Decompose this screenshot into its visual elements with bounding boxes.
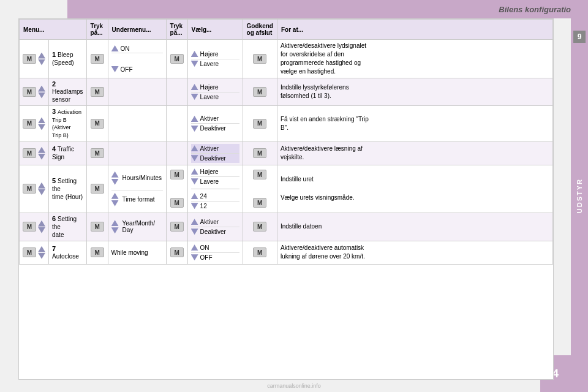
nav-arrows [38, 221, 45, 233]
row-nav: M [20, 106, 49, 142]
m-button-godkend-2[interactable]: M [253, 198, 266, 208]
arrow-down-icon[interactable] [38, 92, 45, 99]
config-table: Menu... Tryk på... Undermenu... Tryk på.… [19, 19, 553, 265]
row-velg: Højere Lavere 24 [187, 165, 243, 213]
m-button-godkend-1[interactable]: M [253, 170, 266, 179]
m-button-tryk[interactable]: M [91, 222, 104, 232]
arrow-up-icon[interactable] [38, 117, 45, 123]
row-undermenu: Hours/Minutes Time format [108, 165, 166, 213]
m-button-godkend[interactable]: M [253, 87, 266, 97]
row-undermenu: While moving [108, 241, 166, 264]
row-undermenu [108, 106, 166, 142]
velg-arrow-down-icon [191, 228, 198, 235]
arrow-down-icon[interactable] [38, 227, 45, 233]
row-menu-label: 3 ActivationTrip B (AktiverTrip B) [49, 106, 87, 142]
row-nav: M [20, 78, 49, 106]
m-button[interactable]: M [23, 247, 36, 257]
m-button-tryk[interactable]: M [91, 184, 104, 194]
table-row: M 6 Setting thedate M [20, 213, 553, 241]
row-godkend: M [243, 106, 277, 142]
m-button-tryk2[interactable]: M [170, 222, 184, 232]
arrow-up-icon[interactable] [38, 86, 45, 92]
m-button[interactable]: M [23, 54, 36, 64]
velg-arrow-down-icon [191, 155, 198, 161]
arrow-up-icon[interactable] [38, 246, 45, 252]
m-button-godkend[interactable]: M [253, 247, 266, 257]
m-button-tryk2-time[interactable]: M [170, 198, 184, 208]
m-button-tryk2-hours[interactable]: M [170, 170, 184, 179]
col-undermenu: Undermenu... [108, 20, 166, 40]
row-menu-label: 4 Traffic Sign [49, 141, 87, 165]
row-velg: Højere Lavere [187, 40, 243, 78]
arrow-down-icon[interactable] [38, 189, 45, 195]
velg-arrow-up-icon [191, 219, 198, 225]
m-button[interactable]: M [23, 148, 36, 158]
m-button-godkend[interactable]: M [253, 119, 266, 129]
velg-arrow-down-icon [191, 254, 198, 260]
arrow-up-icon[interactable] [38, 183, 45, 189]
row-menu-label: 7 Autoclose [49, 241, 87, 264]
m-button-tryk[interactable]: M [91, 87, 104, 97]
m-button-tryk[interactable]: M [91, 247, 104, 257]
m-button[interactable]: M [23, 119, 36, 129]
arrow-up-icon[interactable] [38, 221, 45, 227]
row-tryk1: M [86, 165, 108, 213]
page-container: Bilens konfiguration 9 UDSTYR 4 Menu... … [0, 0, 588, 392]
submenu-arrow-down-icon [111, 66, 119, 72]
table-row: M 4 Traffic Sign M [20, 141, 553, 165]
m-button-tryk[interactable]: M [91, 119, 104, 129]
row-godkend: M [243, 241, 277, 264]
col-godkend: Godkend og afslut [243, 20, 277, 40]
row-tryk1: M [86, 106, 108, 142]
m-button-tryk2-on[interactable]: M [170, 54, 184, 64]
row-tryk2: M [166, 241, 187, 264]
col-menu: Menu... [20, 20, 87, 40]
arrow-up-icon[interactable] [38, 53, 45, 59]
m-button[interactable]: M [23, 222, 36, 232]
submenu-arrow-down-icon [111, 200, 119, 206]
col-velg: Vælg... [187, 20, 243, 40]
velg-arrow-down-icon [191, 178, 198, 184]
nav-arrows [38, 86, 45, 99]
arrow-up-icon[interactable] [38, 147, 45, 153]
row-menu-label: 6 Setting thedate [49, 213, 87, 241]
side-label: UDSTYR [571, 0, 588, 392]
m-button[interactable]: M [23, 87, 36, 97]
row-tryk2 [166, 78, 187, 106]
nav-arrows [38, 53, 45, 66]
side-tab: 9 UDSTYR [571, 0, 588, 392]
row-for-at: Indstille lysstyrkefølerens følsomhed (1… [277, 78, 552, 106]
arrow-down-icon[interactable] [38, 59, 45, 66]
m-button-tryk2[interactable]: M [170, 247, 184, 257]
table-row: M 3 ActivationTrip B (AktiverTrip B) M [20, 106, 553, 142]
arrow-down-icon[interactable] [38, 253, 45, 259]
row-velg: ON OFF [187, 241, 243, 264]
row-godkend: M [243, 141, 277, 165]
row-menu-label: 1 Bleep(Speed) [49, 40, 87, 78]
row-for-at: Aktivere/deaktivere automatisk lukning a… [277, 241, 552, 264]
velg-arrow-up-icon [191, 116, 198, 122]
header-title: Bilens konfiguration [499, 5, 576, 14]
m-button-tryk[interactable]: M [91, 148, 104, 158]
col-tryk2: Tryk på... [166, 20, 187, 40]
velg-arrow-up-icon [191, 145, 198, 151]
row-tryk1: M [86, 213, 108, 241]
row-nav: M [20, 213, 49, 241]
row-for-at: Aktivere/deaktivere læsning af vejskilte… [277, 141, 552, 165]
row-velg: Aktiver Deaktiver [187, 106, 243, 142]
submenu-arrow-down-icon [111, 179, 119, 185]
arrow-down-icon[interactable] [38, 154, 45, 160]
m-button-godkend[interactable]: M [253, 222, 266, 232]
velg-arrow-down-icon [191, 94, 198, 100]
m-button-godkend[interactable]: M [253, 148, 266, 158]
velg-arrow-up-icon [191, 193, 198, 199]
m-button-godkend[interactable]: M [253, 54, 266, 64]
submenu-arrow-up-icon [111, 172, 119, 178]
row-tryk1: M [86, 141, 108, 165]
arrow-down-icon[interactable] [38, 124, 45, 130]
watermark: carmanualsonline.info [267, 383, 321, 389]
row-undermenu [108, 78, 166, 106]
m-button[interactable]: M [23, 184, 36, 194]
row-godkend: M [243, 40, 277, 78]
m-button-tryk[interactable]: M [91, 54, 104, 64]
